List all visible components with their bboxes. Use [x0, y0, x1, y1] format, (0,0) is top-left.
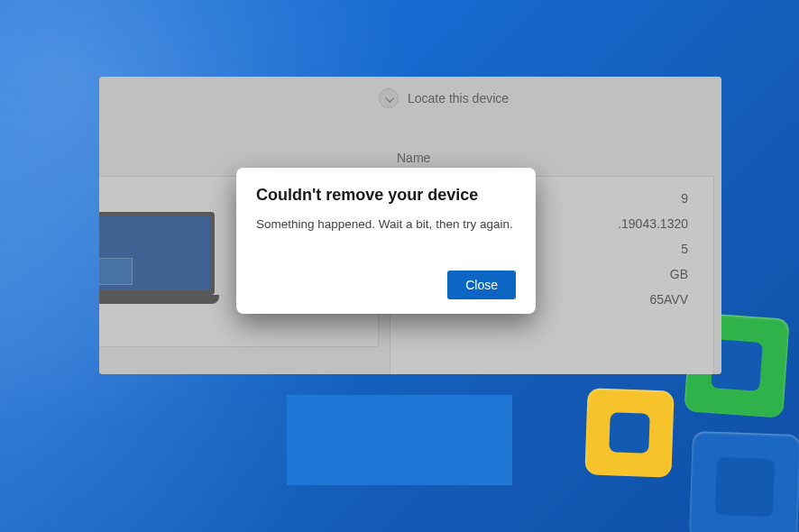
taskbar-preview	[287, 395, 512, 485]
dialog-title: Couldn't remove your device	[256, 186, 516, 205]
dialog-message: Something happened. Wait a bit, then try…	[256, 217, 516, 231]
close-button[interactable]: Close	[447, 271, 516, 299]
name-column-header: Name	[397, 151, 430, 165]
error-dialog: Couldn't remove your device Something ha…	[236, 168, 536, 314]
laptop-icon	[99, 212, 219, 311]
locate-device-label: Locate this device	[408, 91, 509, 105]
chevron-down-icon[interactable]	[379, 88, 399, 108]
